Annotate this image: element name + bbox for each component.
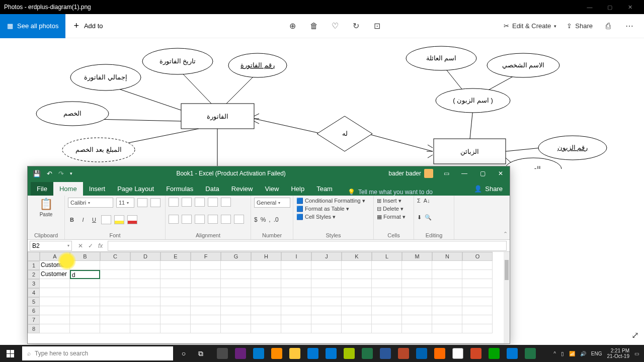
spreadsheet-grid[interactable]: ABCDEFGHIJKLMNO 12345678 CustomerCustome…	[28, 252, 510, 343]
cell[interactable]	[372, 315, 402, 324]
fx-icon[interactable]: fx	[98, 242, 103, 249]
expand-icon[interactable]: ⤢	[631, 330, 639, 341]
cell[interactable]: Customer	[40, 261, 70, 270]
taskbar-app[interactable]	[431, 345, 449, 362]
sort-filter-icon[interactable]: A↓	[424, 198, 430, 204]
cell[interactable]	[342, 324, 372, 333]
font-size-dropdown[interactable]: 11▾	[116, 198, 134, 208]
wifi-icon[interactable]: 📶	[569, 351, 575, 356]
number-format-dropdown[interactable]: General▾	[254, 198, 290, 208]
notifications-icon[interactable]: ▭	[634, 351, 639, 356]
cell[interactable]	[70, 297, 100, 306]
cell[interactable]	[402, 297, 432, 306]
cell[interactable]	[191, 270, 221, 279]
cell[interactable]	[462, 306, 493, 315]
cell[interactable]	[432, 288, 462, 297]
cell[interactable]	[402, 315, 432, 324]
see-all-photos-button[interactable]: ▦ See all photos	[0, 14, 65, 38]
cell[interactable]	[191, 288, 221, 297]
cell[interactable]	[372, 279, 402, 288]
cell[interactable]	[100, 306, 130, 315]
cell[interactable]	[372, 306, 402, 315]
cell[interactable]	[281, 315, 311, 324]
cell[interactable]	[160, 306, 191, 315]
cell[interactable]	[100, 324, 130, 333]
paste-button[interactable]: 📋 Paste	[31, 198, 61, 217]
autosum-icon[interactable]: Σ	[417, 198, 421, 204]
cell[interactable]	[70, 279, 100, 288]
col-header[interactable]: G	[221, 252, 251, 261]
cancel-formula-icon[interactable]: ✕	[78, 242, 83, 249]
cell[interactable]: d	[70, 270, 100, 279]
heart-icon[interactable]: ♡	[325, 21, 346, 31]
cell[interactable]	[342, 261, 372, 270]
taskbar-app[interactable]	[485, 345, 503, 362]
save-icon[interactable]: 💾	[33, 170, 41, 177]
excel-minimize-icon[interactable]: —	[455, 170, 473, 177]
cell[interactable]	[402, 261, 432, 270]
cell[interactable]	[251, 288, 281, 297]
cell[interactable]	[40, 279, 70, 288]
cell[interactable]	[191, 306, 221, 315]
col-header[interactable]: F	[191, 252, 221, 261]
row-header[interactable]: 6	[28, 306, 40, 315]
cell[interactable]	[130, 324, 160, 333]
taskbar-app[interactable]	[322, 345, 340, 362]
cell[interactable]	[160, 261, 191, 270]
taskbar-app[interactable]	[213, 345, 231, 362]
cell[interactable]	[432, 279, 462, 288]
cell[interactable]	[402, 288, 432, 297]
cell-styles-button[interactable]: 🟦 Cell Styles ▾	[296, 214, 370, 220]
format-as-table-button[interactable]: 🟦 Format as Table ▾	[296, 206, 370, 212]
cell[interactable]	[221, 279, 251, 288]
orientation-icon[interactable]	[208, 198, 218, 207]
taskbar-app[interactable]	[268, 345, 286, 362]
cell[interactable]	[251, 297, 281, 306]
cell[interactable]	[70, 324, 100, 333]
find-icon[interactable]: 🔍	[425, 214, 432, 221]
cell[interactable]	[70, 288, 100, 297]
tab-review[interactable]: Review	[225, 182, 259, 196]
cell[interactable]	[221, 324, 251, 333]
cell[interactable]	[372, 297, 402, 306]
qat-dropdown-icon[interactable]: ▾	[70, 171, 72, 176]
cell[interactable]	[251, 261, 281, 270]
col-header[interactable]: L	[372, 252, 402, 261]
cell[interactable]	[311, 297, 342, 306]
taskbar-app[interactable]	[340, 345, 358, 362]
increase-indent-icon[interactable]	[221, 215, 231, 224]
cell[interactable]	[402, 324, 432, 333]
cell[interactable]	[100, 315, 130, 324]
tab-data[interactable]: Data	[199, 182, 225, 196]
cell[interactable]	[342, 315, 372, 324]
percent-icon[interactable]: %	[261, 216, 266, 223]
row-header[interactable]: 5	[28, 297, 40, 306]
cell[interactable]	[40, 297, 70, 306]
language-indicator[interactable]: ENG	[591, 351, 602, 356]
fill-icon[interactable]: ⬇	[417, 214, 422, 221]
name-box[interactable]: B2▾	[30, 241, 72, 251]
formula-bar-input[interactable]	[108, 241, 507, 251]
print-icon[interactable]: ⎙	[598, 22, 619, 31]
align-bottom-icon[interactable]	[195, 198, 205, 207]
tab-home[interactable]: Home	[53, 182, 83, 196]
conditional-formatting-button[interactable]: 🟦 Conditional Formatting ▾	[296, 198, 370, 204]
row-header[interactable]: 1	[28, 261, 40, 270]
col-header[interactable]: D	[130, 252, 160, 261]
cell[interactable]	[372, 270, 402, 279]
cell[interactable]	[462, 270, 493, 279]
align-right-icon[interactable]	[195, 215, 205, 224]
fill-color-icon[interactable]	[114, 215, 124, 224]
cell[interactable]	[130, 270, 160, 279]
align-left-icon[interactable]	[169, 215, 179, 224]
vertical-scrollbar[interactable]	[504, 252, 510, 343]
currency-icon[interactable]: $	[254, 216, 258, 223]
comma-icon[interactable]: ,	[269, 216, 270, 223]
cell[interactable]	[191, 315, 221, 324]
italic-button[interactable]: I	[79, 217, 87, 223]
decrease-indent-icon[interactable]	[208, 215, 218, 224]
taskbar-app[interactable]	[231, 345, 250, 362]
cell[interactable]	[191, 297, 221, 306]
underline-button[interactable]: U	[90, 217, 98, 223]
col-header[interactable]: M	[402, 252, 432, 261]
